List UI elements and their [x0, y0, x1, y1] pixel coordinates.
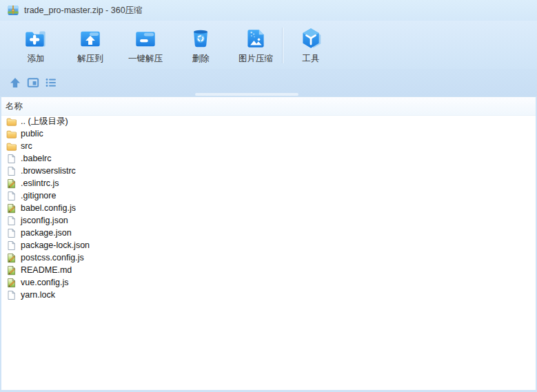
- file-name: .browserslistrc: [21, 166, 76, 176]
- window-title: trade_pro-master.zip - 360压缩: [24, 5, 143, 17]
- zip-file-icon: [7, 4, 19, 17]
- document-icon: [6, 228, 17, 238]
- toolbar-button-add[interactable]: 添加: [10, 23, 62, 68]
- list-item[interactable]: .eslintrc.js: [1, 177, 536, 189]
- image-compress-icon: [243, 25, 269, 52]
- list-item-parent-dir[interactable]: .. (上级目录): [1, 115, 536, 127]
- column-header-name[interactable]: 名称: [1, 96, 536, 116]
- splitter-handle[interactable]: [195, 93, 298, 96]
- toolbar-button-image-compress[interactable]: 图片压缩: [230, 23, 282, 68]
- toolbar-divider: [283, 28, 283, 63]
- toolbar-button-label: 解压到: [77, 53, 103, 65]
- file-list: .. (上级目录) public src .babelrc .browsersl…: [1, 115, 536, 390]
- document-icon: [6, 191, 17, 201]
- folder-icon: [6, 116, 17, 127]
- list-item[interactable]: .babelrc: [1, 152, 536, 165]
- main-toolbar: 添加 解压到 一键解压 删除 图片压缩 工具: [0, 21, 537, 69]
- script-file-icon: [6, 178, 17, 189]
- list-item[interactable]: package.json: [1, 227, 536, 239]
- one-click-extract-icon: [132, 25, 159, 52]
- list-item[interactable]: README.md: [1, 264, 536, 276]
- document-icon: [6, 240, 17, 251]
- file-name: vue.config.js: [21, 278, 68, 287]
- title-bar: trade_pro-master.zip - 360压缩: [0, 0, 537, 21]
- script-file-icon: [6, 265, 17, 276]
- toolbar-button-delete[interactable]: 删除: [174, 23, 227, 68]
- file-name: public: [21, 129, 43, 138]
- file-name: src: [21, 141, 32, 151]
- list-item[interactable]: vue.config.js: [1, 276, 536, 289]
- list-item[interactable]: src: [1, 140, 536, 152]
- panel-view-icon[interactable]: [26, 76, 40, 90]
- toolbar-button-label: 一键解压: [128, 53, 163, 65]
- list-item[interactable]: package-lock.json: [1, 239, 536, 251]
- file-name: babel.config.js: [21, 203, 76, 213]
- list-item[interactable]: postcss.config.js: [1, 251, 536, 264]
- folder-icon: [6, 129, 17, 139]
- toolbar-button-label: 删除: [192, 53, 210, 65]
- script-file-icon: [6, 203, 17, 214]
- list-item[interactable]: jsconfig.json: [1, 214, 536, 227]
- toolbar-button-label: 添加: [28, 53, 45, 65]
- list-item[interactable]: yarn.lock: [1, 289, 536, 301]
- file-name: .. (上级目录): [21, 116, 68, 127]
- toolbar-button-one-click-extract[interactable]: 一键解压: [119, 23, 172, 68]
- list-item[interactable]: public: [1, 127, 536, 140]
- file-name: .babelrc: [21, 154, 51, 163]
- address-bar-row: trade_pro-master.zip\trade_pro-master - …: [0, 69, 537, 96]
- toolbar-button-label: 工具: [303, 53, 320, 65]
- toolbar-button-extract-to[interactable]: 解压到: [64, 23, 116, 68]
- list-view-icon[interactable]: [44, 76, 58, 90]
- add-archive-icon: [23, 25, 49, 52]
- list-item[interactable]: babel.config.js: [1, 202, 536, 214]
- file-name: .eslintrc.js: [21, 178, 59, 188]
- up-icon[interactable]: [8, 76, 22, 90]
- document-icon: [6, 290, 17, 300]
- script-file-icon: [6, 278, 17, 288]
- extract-to-icon: [77, 25, 103, 52]
- file-name: package.json: [21, 228, 72, 238]
- file-name: jsconfig.json: [21, 216, 68, 225]
- file-name: package-lock.json: [21, 240, 90, 250]
- list-item[interactable]: .gitignore: [1, 189, 536, 202]
- document-icon: [6, 154, 17, 164]
- toolbar-button-label: 图片压缩: [239, 53, 273, 65]
- app-window: trade_pro-master.zip - 360压缩 添加 解压到 一键解压…: [0, 0, 537, 392]
- file-name: .gitignore: [21, 191, 56, 200]
- delete-icon: [188, 25, 214, 52]
- list-item[interactable]: .browserslistrc: [1, 165, 536, 177]
- document-icon: [6, 216, 17, 226]
- file-name: postcss.config.js: [21, 253, 84, 262]
- tools-icon: [298, 25, 324, 52]
- folder-icon: [6, 141, 17, 152]
- file-name: README.md: [21, 265, 72, 275]
- document-icon: [6, 166, 17, 176]
- toolbar-button-tools[interactable]: 工具: [285, 23, 337, 68]
- file-name: yarn.lock: [21, 290, 55, 300]
- file-list-panel: 名称 .. (上级目录) public src .babelrc .browse…: [1, 96, 536, 390]
- script-file-icon: [6, 253, 17, 263]
